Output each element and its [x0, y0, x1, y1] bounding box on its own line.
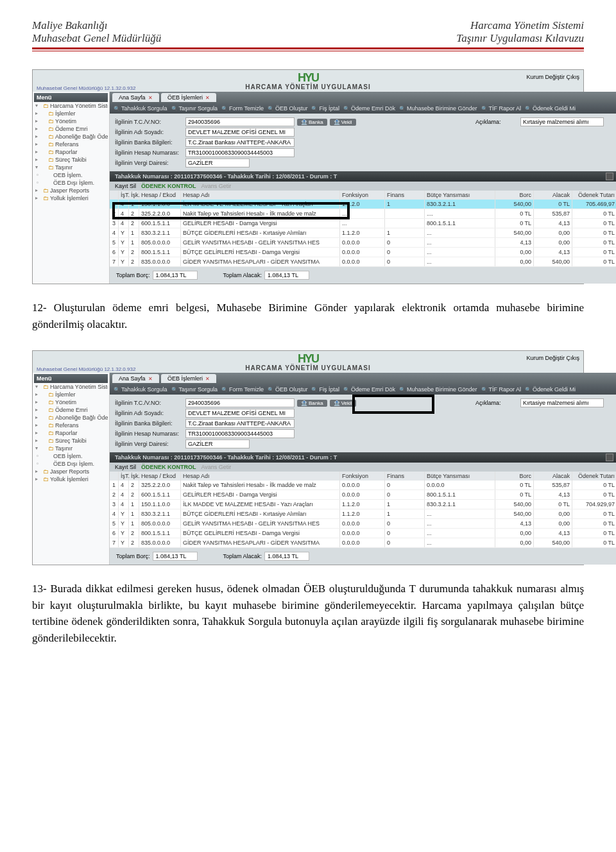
column-header: Alacak [534, 191, 572, 200]
logout-button[interactable]: Çıkış [566, 355, 579, 361]
toolbar-button[interactable]: Tahakkuk Sorgula [114, 386, 167, 393]
column-header: İşT. [119, 472, 129, 481]
tree-item[interactable]: Jasper Reports [34, 187, 108, 194]
tree-item[interactable]: Harcama Yönetim Sister [34, 383, 108, 391]
tree-item[interactable]: Referans [34, 141, 108, 148]
tree-item[interactable]: Yolluk İşlemleri [34, 475, 108, 483]
tree-item[interactable]: Aboneliğe Bağlı Öder [34, 414, 108, 422]
delete-record-button[interactable]: Kayıt Sil [115, 183, 136, 189]
column-header: İşT. [119, 191, 129, 200]
tab-home[interactable]: Ana Sayfa✕ [112, 93, 159, 102]
tree-item[interactable]: Yönetim [34, 117, 108, 125]
ad-input[interactable] [185, 409, 295, 418]
table-row[interactable]: 341150.1.1.0.0İLK MADDE VE MALZEME HESAB… [110, 500, 616, 509]
toolbar-button[interactable]: Fiş İptal [311, 105, 339, 112]
tree-item[interactable]: ÖEB Dışı İşlem. [34, 179, 108, 187]
vd-input[interactable] [185, 158, 250, 167]
toolbar-button[interactable]: Ödenek Geldi Mi [525, 105, 576, 112]
toolbar-button[interactable]: Ödeme Emri Dök [343, 386, 395, 393]
tab-home[interactable]: Ana Sayfa✕ [112, 374, 159, 383]
table-row[interactable]: 242325.2.2.0.0Nakit Talep ve Tahsisleri … [110, 209, 616, 219]
hn-input[interactable] [185, 429, 295, 438]
tree-item[interactable]: OEB İşlem. [34, 452, 108, 460]
kayit-bar: Kayıt SilÖDENEK KONTROLAvans Getir [110, 182, 616, 191]
table-row[interactable]: 141150.1.1.0.0İLK MADDE VE MALZEME HESAB… [110, 200, 616, 209]
avans-getir-button[interactable]: Avans Getir [201, 183, 232, 189]
table-row[interactable]: 6Y2800.1.5.1.1BÜTÇE GELİRLERİ HESABI - D… [110, 529, 616, 538]
aciklama-input[interactable] [520, 398, 604, 407]
toolbar-button[interactable]: Tahakkuk Sorgula [114, 105, 167, 112]
table-row[interactable]: 242600.1.5.1.1GELİRLER HESABI - Damga Ve… [110, 490, 616, 500]
table-row[interactable]: 142325.2.2.0.0Nakit Talep ve Tahsisleri … [110, 481, 616, 490]
tree-item[interactable]: Yönetim [34, 398, 108, 406]
table-row[interactable]: 5Y1805.0.0.0.0GELİR YANSITMA HESABI - GE… [110, 519, 616, 529]
banka-button[interactable]: Banka [297, 119, 327, 126]
vekil-button[interactable]: Vekil [330, 119, 356, 126]
collapse-icon[interactable] [606, 454, 613, 461]
close-icon[interactable]: ✕ [148, 95, 153, 101]
table-row[interactable]: 4Y1830.3.2.1.1BÜTÇE GİDERLERİ HESABI - K… [110, 509, 616, 519]
tree-item[interactable]: Süreç Takibi [34, 437, 108, 445]
tree-item[interactable]: Raporlar [34, 148, 108, 156]
tree-item[interactable]: OEB İşlem. [34, 171, 108, 179]
tree-item[interactable]: Jasper Reports [34, 468, 108, 475]
tc-input[interactable] [185, 117, 295, 126]
table-row[interactable]: 342600.1.5.1.1GELİRLER HESABI - Damga Ve… [110, 219, 616, 228]
tree-item[interactable]: Yolluk İşlemleri [34, 194, 108, 202]
collapse-icon[interactable] [606, 173, 613, 180]
close-icon[interactable]: ✕ [205, 376, 210, 382]
total-borc-value: 1.084,13 TL [153, 271, 198, 280]
odenek-kontrol-button[interactable]: ÖDENEK KONTROL [141, 464, 196, 470]
toolbar-button[interactable]: ÖEB Oluştur [268, 105, 308, 112]
toolbar-button[interactable]: Fiş İptal [311, 386, 339, 393]
toolbar-button[interactable]: Muhasebe Birimine Gönder [399, 105, 477, 112]
logout-button[interactable]: Çıkış [566, 74, 579, 80]
table-row[interactable]: 7Y2835.0.0.0.0GİDER YANSITMA HESAPLARI -… [110, 538, 616, 548]
toolbar-button[interactable]: Taşınır Sorgula [171, 386, 218, 393]
close-icon[interactable]: ✕ [148, 376, 153, 382]
column-header: İşk. [129, 472, 139, 481]
vekil-button[interactable]: Vekil [330, 400, 356, 407]
toolbar-button[interactable]: TİF Rapor Al [481, 105, 522, 112]
banka-button[interactable]: Banka [297, 400, 327, 407]
toolbar-button[interactable]: Taşınır Sorgula [171, 105, 218, 112]
tree-item[interactable]: Aboneliğe Bağlı Öder [34, 133, 108, 141]
tree-item[interactable]: Ödeme Emri [34, 125, 108, 133]
tree-item[interactable]: Ödeme Emri [34, 406, 108, 414]
delete-record-button[interactable]: Kayıt Sil [115, 464, 136, 470]
tree-item[interactable]: Harcama Yönetim Sister [34, 102, 108, 110]
toolbar-button[interactable]: Ödenek Geldi Mi [525, 386, 576, 393]
table-row[interactable]: 5Y1805.0.0.0.0GELİR YANSITMA HESABI - GE… [110, 238, 616, 248]
tree-item[interactable]: Taşınır [34, 164, 108, 171]
toolbar-button[interactable]: ÖEB Oluştur [268, 386, 308, 393]
tree-item[interactable]: ÖEB Dışı İşlem. [34, 460, 108, 468]
toolbar-button[interactable]: TİF Rapor Al [481, 386, 522, 393]
avans-getir-button[interactable]: Avans Getir [201, 464, 232, 470]
tc-input[interactable] [185, 398, 295, 407]
table-row[interactable]: 4Y1830.3.2.1.1BÜTÇE GİDERLERİ HESABI - K… [110, 228, 616, 238]
bb-input[interactable] [185, 419, 295, 428]
tree-item[interactable]: Referans [34, 422, 108, 429]
tab-oeb[interactable]: ÖEB İşlemleri✕ [161, 374, 216, 383]
tree-item[interactable]: Taşınır [34, 445, 108, 452]
odenek-kontrol-button[interactable]: ÖDENEK KONTROL [141, 183, 196, 189]
table-row[interactable]: 7Y2835.0.0.0.0GİDER YANSITMA HESAPLARI -… [110, 257, 616, 267]
tree-item[interactable]: İşlemler [34, 110, 108, 117]
ad-input[interactable] [185, 128, 295, 137]
toolbar-button[interactable]: Form Temizle [221, 386, 264, 393]
close-icon[interactable]: ✕ [205, 95, 210, 101]
toolbar-button[interactable]: Muhasebe Birimine Gönder [399, 386, 477, 393]
tab-oeb[interactable]: ÖEB İşlemleri✕ [161, 93, 216, 102]
table-row[interactable]: 6Y2800.1.5.1.1BÜTÇE GELİRLERİ HESABI - D… [110, 248, 616, 257]
tree-item[interactable]: İşlemler [34, 391, 108, 398]
change-institution-button[interactable]: Kurum Değiştir [526, 355, 565, 361]
tree-item[interactable]: Raporlar [34, 429, 108, 437]
hn-input[interactable] [185, 148, 295, 157]
toolbar-button[interactable]: Ödeme Emri Dök [343, 105, 395, 112]
bb-input[interactable] [185, 138, 295, 147]
tree-item[interactable]: Süreç Takibi [34, 156, 108, 164]
aciklama-input[interactable] [520, 117, 604, 126]
toolbar-button[interactable]: Form Temizle [221, 105, 264, 112]
vd-input[interactable] [185, 439, 250, 448]
change-institution-button[interactable]: Kurum Değiştir [526, 74, 565, 80]
